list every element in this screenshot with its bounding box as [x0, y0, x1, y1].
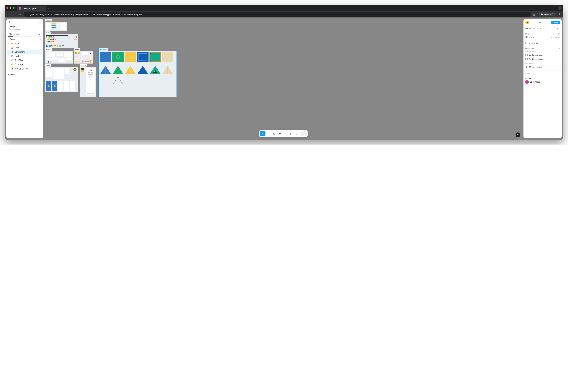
frame-label-popups[interactable]: Popups	[45, 48, 52, 51]
chevron-down-icon[interactable]: ⌄	[530, 22, 531, 23]
reading-list-icon[interactable]: ▤	[532, 12, 537, 16]
field-bowling	[162, 52, 173, 62]
browser-tab[interactable]: Design – Figma ×	[17, 6, 46, 11]
frame-setting[interactable]: 🦄 Design Choice Programming Process Prog…	[80, 67, 96, 97]
field-soccer-blue	[100, 52, 111, 62]
panel-toggle-icon[interactable]	[39, 21, 41, 23]
help-button[interactable]: ?	[516, 132, 520, 137]
svg-point-31	[296, 134, 297, 135]
frame-label-gamemap[interactable]: Game map	[99, 48, 108, 51]
frame-gamemap[interactable]	[99, 51, 177, 97]
page-history-icon[interactable]	[557, 33, 560, 35]
export-section[interactable]: Export+	[523, 71, 562, 76]
opacity-value[interactable]: 100	[551, 36, 554, 38]
frame-label-buttons[interactable]: Buttons	[45, 19, 52, 21]
frame-buttons[interactable]: ✓ ✕	[45, 22, 67, 31]
local-variables-section[interactable]: Local variables	[523, 40, 562, 46]
page-name: Components	[15, 51, 25, 53]
forward-button[interactable]: →	[12, 12, 16, 16]
present-button[interactable]: ⌄	[539, 21, 542, 24]
color-swatch[interactable]	[525, 36, 528, 38]
triangle-blue-2	[137, 65, 149, 74]
back-button[interactable]: ←	[6, 12, 11, 16]
panel-tabs: File Assets	[6, 32, 43, 37]
user-avatar[interactable]: E	[525, 21, 529, 24]
style-drop-shadow[interactable]: Card drop shadow	[525, 53, 560, 57]
style-inner-shadow[interactable]: Card inner shadow	[525, 57, 560, 61]
visibility-icon[interactable]	[557, 36, 560, 38]
plugin-anima[interactable]: Open Anima −	[525, 79, 560, 84]
comment-tool[interactable]	[289, 131, 294, 136]
zoom-control[interactable]: 13%⌄	[554, 28, 560, 29]
bookmark-icon[interactable]: ☆	[527, 13, 529, 15]
variables-settings-icon[interactable]	[557, 42, 560, 44]
svg-point-2	[39, 33, 40, 35]
minimize-icon[interactable]	[10, 7, 12, 9]
frame-profile[interactable]: 🦁 😊 😴	[45, 67, 78, 92]
frame-popups[interactable]: Enter the nickname ⚫ ⚪	[45, 51, 73, 64]
field-soccer-green	[112, 52, 124, 62]
shape-tool[interactable]: ⌄	[272, 131, 277, 136]
dev-mode-toggle[interactable]	[301, 131, 307, 136]
tab-title: Design – Figma	[23, 7, 36, 10]
chevron-down-icon: ⌄	[12, 21, 13, 23]
color-hex[interactable]: 878787	[529, 36, 535, 38]
add-style-button[interactable]: +	[559, 47, 560, 49]
frame-icons[interactable]: 🦄 42 Mulu ⚽ 🎾 🏀 🎱 🎳 😀 😎 😴 😡 👤 👥 🧑 👨 ✋ 🤖 …	[45, 34, 78, 48]
pages-section-header[interactable]: ▾ Pages +	[6, 37, 43, 42]
design-tab[interactable]: Design	[525, 26, 531, 31]
page-item[interactable]: 📋Real Final	[7, 58, 42, 62]
site-info-icon[interactable]: ⊟	[26, 13, 27, 15]
collapse-icon[interactable]: −	[559, 81, 560, 83]
page-color-row[interactable]: 878787 100%	[525, 36, 560, 38]
triangle-green	[112, 65, 124, 74]
triangle-blue-1	[100, 65, 111, 74]
document-title[interactable]: Design ⌄	[6, 25, 43, 28]
page-item[interactable]: 🔷Components	[7, 50, 42, 54]
page-item[interactable]: 👨‍💼아빠 안 잔다 💤	[7, 66, 42, 71]
new-tab-button[interactable]: +	[47, 7, 49, 10]
add-page-button[interactable]: +	[40, 38, 41, 40]
frame-game[interactable]: 😀 😴 + ● 5 YOU WIN YOU LOSE 🏆	[74, 51, 93, 64]
tabs-dropdown-icon[interactable]: ⌄	[558, 6, 562, 10]
close-icon[interactable]	[6, 7, 8, 9]
text-tool[interactable]	[283, 131, 288, 136]
frame-tool[interactable]: ⌄	[266, 131, 271, 136]
move-tool[interactable]: ⌄	[260, 131, 266, 136]
style-grid-layout[interactable]: grid - layout	[525, 65, 560, 69]
actions-tool[interactable]	[295, 131, 300, 136]
page-emoji-icon: 😊	[11, 63, 13, 65]
page-item[interactable]: 😊Code test	[7, 62, 42, 66]
field-basketball	[125, 52, 136, 62]
page-item[interactable]: 🌈Style	[7, 46, 42, 50]
prototype-tab[interactable]: Prototype	[533, 26, 541, 31]
incognito-badge[interactable]: 🕶 Incognito (2)	[539, 13, 556, 16]
omnibox[interactable]: ⊟ figma.com/design/HzoZ5QamH2vJxqAp5JMGC…	[24, 12, 531, 17]
layers-section-header[interactable]: ▸ Layers	[6, 72, 43, 77]
frame-label-icons[interactable]: Icons	[45, 31, 51, 34]
incognito-label: Incognito (2)	[544, 13, 554, 15]
canvas[interactable]: Buttons ✓ ✕ Icons 🦄	[43, 17, 523, 140]
frame-label-profile[interactable]: Profile	[45, 64, 51, 67]
browser-menu-icon[interactable]: ⋮	[557, 12, 562, 16]
svg-point-17	[155, 70, 156, 71]
search-icon[interactable]	[37, 32, 42, 36]
frame-label-game[interactable]: Game	[74, 48, 80, 51]
reload-button[interactable]: ⟳	[18, 12, 22, 16]
share-button[interactable]: Share	[551, 21, 560, 24]
figma-menu[interactable]: ⌄	[6, 19, 43, 25]
assets-tab[interactable]: Assets	[13, 32, 21, 36]
pen-tool[interactable]: ⌄	[277, 131, 283, 136]
svg-point-16	[155, 71, 156, 72]
frame-label-setting[interactable]: Setting	[80, 64, 87, 67]
team-name[interactable]: Transcendence	[6, 28, 43, 32]
file-tab[interactable]: File	[8, 32, 13, 37]
layout-icon	[529, 66, 531, 68]
page-item[interactable]: 🧡Refer	[7, 42, 42, 46]
svg-marker-21	[113, 77, 123, 85]
add-export-button[interactable]: +	[559, 72, 560, 74]
page-name: Style	[15, 47, 19, 49]
page-item[interactable]: 📋Final	[7, 54, 42, 58]
maximize-icon[interactable]	[13, 7, 15, 9]
tab-close-icon[interactable]: ×	[43, 7, 44, 10]
